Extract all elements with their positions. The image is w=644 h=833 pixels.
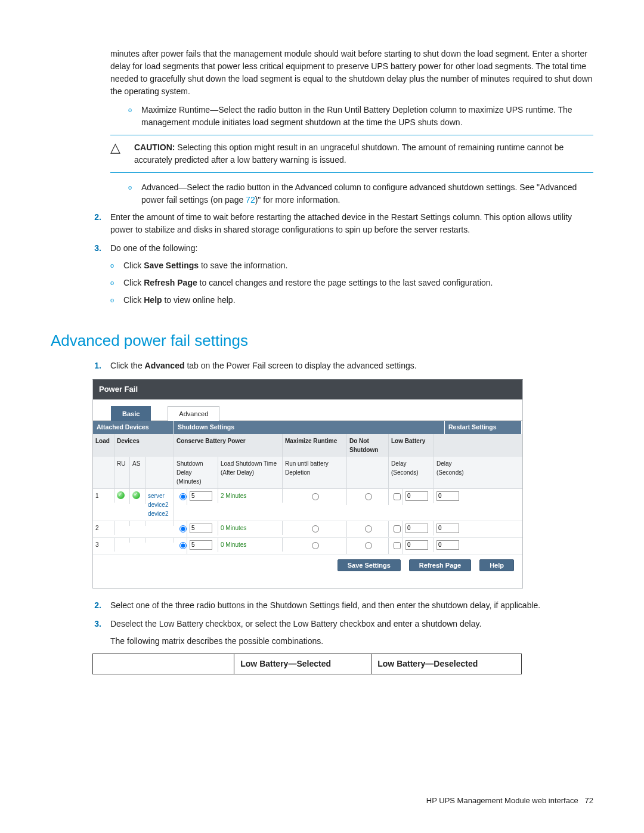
cell-maximize-radio bbox=[283, 521, 347, 537]
cell-low-battery-delay bbox=[403, 521, 434, 535]
bullet-icon: o bbox=[128, 104, 141, 129]
adv-step-3-text: Deselect the Low Battery checkbox, or se… bbox=[110, 618, 593, 630]
cell-load-shutdown-time: 0 Minutes bbox=[218, 538, 283, 552]
adv-step-number-1: 1. bbox=[83, 360, 110, 372]
col-conserve: Conserve Battery Power bbox=[174, 434, 283, 457]
refresh-page-button[interactable]: Refresh Page bbox=[409, 559, 471, 571]
low-battery-delay-input[interactable] bbox=[405, 540, 428, 550]
save-settings-button[interactable]: Save Settings bbox=[338, 559, 401, 571]
page-link-72[interactable]: 72 bbox=[246, 195, 255, 205]
restart-delay-input[interactable] bbox=[436, 540, 459, 550]
cell-as bbox=[130, 538, 145, 543]
low-battery-delay-input[interactable] bbox=[405, 491, 428, 501]
col-low-battery-delay: Delay (Seconds) bbox=[389, 457, 434, 488]
low-battery-checkbox[interactable] bbox=[394, 493, 401, 500]
col-shutdown-delay: Shutdown Delay (Minutes) bbox=[174, 457, 218, 488]
col-devices: Devices bbox=[114, 434, 174, 457]
cell-restart-delay bbox=[434, 489, 470, 503]
cell-do-not-shutdown-radio bbox=[347, 538, 389, 554]
cell-low-battery-check bbox=[389, 538, 403, 554]
maximize-runtime-radio[interactable] bbox=[312, 525, 319, 532]
help-button[interactable]: Help bbox=[479, 559, 514, 571]
section-attached-devices: Attached Devices bbox=[93, 421, 174, 434]
power-fail-screenshot: Power Fail Basic Advanced Attached Devic… bbox=[92, 379, 523, 589]
low-battery-matrix: Low Battery—Selected Low Battery—Deselec… bbox=[92, 654, 522, 674]
cell-low-battery-delay bbox=[403, 489, 434, 503]
cell-restart-delay bbox=[434, 521, 470, 535]
bullet-maximize-runtime: Maximize Runtime—Select the radio button… bbox=[141, 104, 593, 129]
conserve-radio[interactable] bbox=[179, 493, 187, 500]
caution-box: △ CAUTION: Selecting this option might r… bbox=[110, 135, 593, 173]
cell-as bbox=[130, 489, 145, 504]
step-number-2: 2. bbox=[83, 211, 110, 236]
low-battery-checkbox[interactable] bbox=[394, 542, 401, 549]
col-load: Load bbox=[93, 434, 114, 457]
cell-load: 1 bbox=[93, 489, 114, 503]
do-not-shutdown-radio[interactable] bbox=[365, 542, 372, 549]
restart-delay-input[interactable] bbox=[436, 524, 459, 533]
tab-advanced[interactable]: Advanced bbox=[168, 406, 219, 422]
section-restart-settings: Restart Settings bbox=[445, 421, 521, 434]
cell-do-not-shutdown-radio bbox=[347, 521, 389, 537]
cell-as bbox=[130, 521, 145, 526]
col-ru: RU bbox=[114, 457, 130, 488]
cell-load: 3 bbox=[93, 538, 114, 552]
device-link[interactable]: server bbox=[148, 491, 171, 500]
device-link[interactable]: device2 bbox=[148, 509, 171, 518]
col-restart-delay: Delay (Seconds) bbox=[434, 457, 470, 488]
cell-ru bbox=[114, 521, 130, 526]
shutdown-delay-input[interactable] bbox=[190, 491, 212, 501]
maximize-runtime-radio[interactable] bbox=[312, 493, 319, 500]
caution-text: Selecting this option might result in an… bbox=[134, 143, 564, 165]
status-ok-icon bbox=[132, 491, 140, 499]
cell-ru bbox=[114, 538, 130, 543]
low-battery-checkbox[interactable] bbox=[394, 525, 401, 532]
step-2-text: Enter the amount of time to wait before … bbox=[110, 211, 593, 236]
cell-devices bbox=[145, 521, 174, 526]
col-run-until-depletion: Run until battery Depletion bbox=[283, 457, 347, 488]
caution-triangle-icon: △ bbox=[110, 141, 134, 166]
device-link[interactable]: device2 bbox=[148, 500, 171, 509]
cell-do-not-shutdown-radio bbox=[347, 489, 389, 505]
caution-label: CAUTION: bbox=[134, 143, 175, 152]
step-3-intro: Do one of the following: bbox=[110, 242, 593, 255]
cell-shutdown-delay bbox=[187, 538, 218, 552]
step-number-3: 3. bbox=[83, 242, 110, 311]
col-maximize-runtime: Maximize Runtime bbox=[283, 434, 347, 457]
adv-step-2-text: Select one of the three radio buttons in… bbox=[110, 599, 593, 612]
table-row: 20 Minutes bbox=[93, 521, 522, 538]
cell-devices bbox=[145, 538, 174, 543]
table-row: 30 Minutes bbox=[93, 538, 522, 555]
cell-ru bbox=[114, 489, 130, 504]
col-as: AS bbox=[130, 457, 145, 488]
maximize-runtime-radio[interactable] bbox=[312, 542, 319, 549]
bullet-icon: o bbox=[128, 181, 141, 206]
panel-title: Power Fail bbox=[93, 380, 522, 400]
cell-shutdown-delay bbox=[187, 489, 218, 503]
cell-devices: serverdevice2device2 bbox=[145, 489, 174, 521]
cell-restart-delay bbox=[434, 538, 470, 552]
page-footer: HP UPS Management Module web interface 7… bbox=[426, 795, 593, 807]
adv-step-number-3: 3. bbox=[83, 618, 110, 648]
cell-conserve-radio bbox=[174, 489, 187, 505]
low-battery-delay-input[interactable] bbox=[405, 524, 428, 533]
paragraph-shutdown-delay: minutes after power fails that the manag… bbox=[110, 48, 593, 98]
cell-low-battery-check bbox=[389, 489, 403, 505]
action-save-settings: Click Save Settings to save the informat… bbox=[123, 259, 593, 272]
shutdown-delay-input[interactable] bbox=[190, 524, 212, 533]
shutdown-delay-input[interactable] bbox=[190, 540, 212, 550]
cell-conserve-radio bbox=[174, 521, 187, 537]
bullet-icon: o bbox=[110, 259, 123, 272]
matrix-col-deselected: Low Battery—Deselected bbox=[371, 654, 522, 674]
col-load-shutdown-time: Load Shutdown Time (After Delay) bbox=[218, 457, 283, 488]
conserve-radio[interactable] bbox=[179, 542, 187, 549]
status-ok-icon bbox=[117, 491, 125, 499]
do-not-shutdown-radio[interactable] bbox=[365, 493, 372, 500]
cell-load-shutdown-time: 2 Minutes bbox=[218, 489, 283, 503]
section-shutdown-settings: Shutdown Settings bbox=[174, 421, 445, 434]
do-not-shutdown-radio[interactable] bbox=[365, 525, 372, 532]
col-do-not-shutdown: Do Not Shutdown bbox=[347, 434, 389, 457]
tab-basic[interactable]: Basic bbox=[111, 406, 151, 422]
conserve-radio[interactable] bbox=[179, 525, 187, 532]
restart-delay-input[interactable] bbox=[436, 491, 459, 501]
